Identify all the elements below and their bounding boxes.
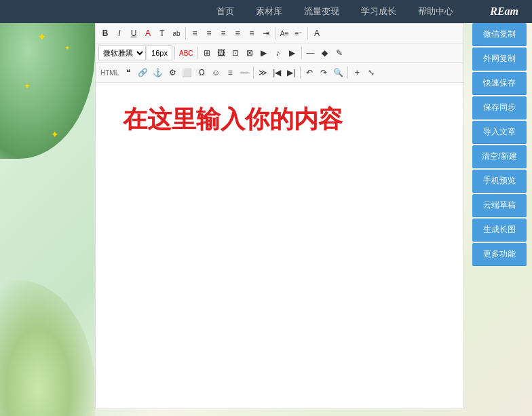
external-copy-button[interactable]: 外网复制 — [472, 48, 527, 71]
separator — [300, 67, 301, 79]
line-height-button[interactable]: A≡ — [278, 26, 291, 41]
nav-assets[interactable]: 素材库 — [245, 5, 293, 18]
box-button[interactable]: ⬜ — [180, 65, 194, 80]
logo: REam — [490, 5, 518, 18]
clear-new-button[interactable]: 清空/新建 — [472, 145, 527, 168]
toolbar-row-3: HTML ❝ 🔗 ⚓ ⚙ ⬜ Ω ☺ ≡ — ≫ |◀ ▶| ↶ ↷ 🔍 + ⤡ — [96, 63, 463, 83]
editor-content[interactable]: 在这里输入你的内容 — [96, 83, 463, 409]
html-button[interactable]: HTML — [98, 65, 121, 80]
redo-button[interactable]: ↷ — [317, 65, 330, 80]
align-distributed-button[interactable]: ≡ — [245, 26, 259, 41]
nav-help[interactable]: 帮助中心 — [407, 5, 464, 18]
text-style-button[interactable]: T — [155, 26, 169, 41]
right-sidebar: 微信复制 外网复制 快速保存 保存同步 导入文章 清空/新建 手机预览 云端草稿… — [467, 23, 532, 267]
editor-placeholder-text: 在这里输入你的内容 — [123, 103, 436, 136]
list-button[interactable]: ≡ — [223, 65, 237, 80]
video-button[interactable]: ▶ — [257, 45, 271, 60]
cloud-draft-button[interactable]: 云端草稿 — [472, 194, 527, 217]
undo-button[interactable]: ↶ — [303, 65, 316, 80]
audio-button[interactable]: ♪ — [271, 45, 285, 60]
emoji-button[interactable]: ☺ — [209, 65, 223, 80]
draw-button[interactable]: ✎ — [332, 45, 346, 60]
font-size-input[interactable] — [147, 45, 172, 60]
nav-home[interactable]: 首页 — [206, 5, 245, 18]
image-button[interactable]: 🖼 — [214, 45, 228, 60]
nav-items: 首页 素材库 流量变现 学习成长 帮助中心 — [206, 5, 464, 18]
image2-button[interactable]: ⊡ — [229, 45, 242, 60]
nav-monetize[interactable]: 流量变现 — [293, 5, 350, 18]
more-button[interactable]: 更多功能 — [472, 243, 527, 266]
separator — [185, 27, 186, 39]
prev-button[interactable]: |◀ — [270, 65, 284, 80]
diamond-button[interactable]: ◆ — [318, 45, 332, 60]
quote-button[interactable]: ❝ — [121, 65, 135, 80]
quick-save-button[interactable]: 快速保存 — [472, 72, 527, 95]
indent-button[interactable]: ⇥ — [259, 26, 273, 41]
image3-button[interactable]: ⊠ — [243, 45, 256, 60]
separator — [174, 47, 175, 59]
separator — [253, 67, 254, 79]
next-button[interactable]: ▶| — [284, 65, 298, 80]
bold-button[interactable]: B — [98, 26, 112, 41]
gen-image-button[interactable]: 生成长图 — [472, 219, 527, 242]
table-button[interactable]: ⊞ — [200, 45, 214, 60]
separator — [301, 47, 302, 59]
italic-button[interactable]: I — [113, 26, 126, 41]
align-left-button[interactable]: ≡ — [188, 26, 202, 41]
mobile-preview-button[interactable]: 手机预览 — [472, 170, 527, 193]
wechat-copy-button[interactable]: 微信复制 — [472, 23, 527, 46]
nav-learn[interactable]: 学习成长 — [350, 5, 407, 18]
align-right-button[interactable]: ≡ — [216, 26, 230, 41]
separator — [197, 47, 198, 59]
font-color-button[interactable]: A — [141, 26, 155, 41]
import-button[interactable]: 导入文章 — [472, 121, 527, 144]
abc-button[interactable]: ab — [170, 26, 183, 41]
fullscreen-button[interactable]: ⤡ — [364, 65, 378, 80]
toolbar-row-1: B I U A T ab ≡ ≡ ≡ ≡ ≡ ⇥ A≡ ≡⁻ A — [96, 24, 463, 43]
anchor-button[interactable]: ⚓ — [151, 65, 165, 80]
top-nav: 首页 素材库 流量变现 学习成长 帮助中心 REam — [0, 0, 532, 23]
save-sync-button[interactable]: 保存同步 — [472, 96, 527, 119]
link-button[interactable]: 🔗 — [136, 65, 150, 80]
paragraph-button[interactable]: ≡⁻ — [292, 26, 305, 41]
separator — [347, 67, 348, 79]
font-size-big-button[interactable]: A — [310, 26, 324, 41]
line-button[interactable]: — — [304, 45, 318, 60]
toolbar-row-2: 微软雅黑 ABC ⊞ 🖼 ⊡ ⊠ ▶ ♪ ▶ — ◆ ✎ — [96, 43, 463, 63]
hr-button[interactable]: — — [238, 65, 251, 80]
editor-container: B I U A T ab ≡ ≡ ≡ ≡ ≡ ⇥ A≡ ≡⁻ A 微软雅黑 AB… — [95, 23, 464, 409]
abc-color-button[interactable]: ABC — [177, 45, 195, 60]
omega-button[interactable]: Ω — [195, 65, 208, 80]
zoom-button[interactable]: 🔍 — [331, 65, 345, 80]
align-justify-button[interactable]: ≡ — [231, 26, 244, 41]
cursor-button[interactable]: ≫ — [256, 65, 269, 80]
underline-button[interactable]: U — [127, 26, 140, 41]
align-center-button[interactable]: ≡ — [202, 26, 216, 41]
add-button[interactable]: + — [350, 65, 364, 80]
media-button[interactable]: ▶ — [286, 45, 299, 60]
font-family-select[interactable]: 微软雅黑 — [98, 45, 146, 60]
separator — [307, 27, 308, 39]
separator — [275, 27, 276, 39]
special-button[interactable]: ⚙ — [166, 65, 179, 80]
